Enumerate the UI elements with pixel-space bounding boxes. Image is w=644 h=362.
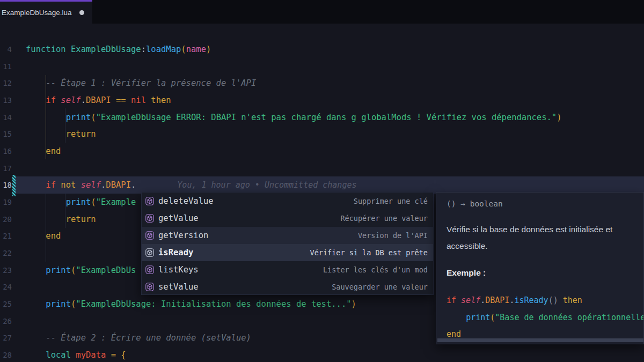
line-number[interactable]: 26 — [0, 313, 12, 330]
code-token: "ExampleDbUsage: Initialisation des donn… — [76, 299, 351, 309]
code-line[interactable]: 11 — [0, 58, 644, 75]
code-line-text[interactable]: return — [26, 125, 96, 143]
git-modified-indicator[interactable] — [12, 175, 16, 196]
code-line[interactable]: 13 if self.DBAPI == nil then — [0, 92, 644, 109]
code-line-text[interactable]: print("ExampleDbUsage: Initialisation de… — [26, 295, 356, 313]
code-token — [26, 180, 46, 190]
tab-exampledbusage[interactable]: ExampleDbUsage.lua — [0, 0, 92, 24]
code-line[interactable]: 18 if not self.DBAPI.You, 1 hour ago • U… — [0, 176, 644, 194]
line-number[interactable]: 23 — [0, 262, 12, 279]
code-line-text[interactable]: print("ExampleDbUsage ERROR: DBAPI n'est… — [26, 109, 562, 126]
code-token: return — [66, 215, 96, 224]
line-number[interactable]: 16 — [0, 143, 12, 160]
code-token — [26, 95, 46, 105]
code-token — [26, 215, 66, 224]
code-line[interactable]: 28 local myData = { — [0, 346, 644, 362]
suggestion-item-getValue[interactable]: getValueRécupérer une valeur — [142, 210, 433, 227]
code-token: local — [46, 350, 76, 360]
suggestion-item-setValue[interactable]: setValueSauvegarder une valeur — [142, 278, 433, 295]
code-line-text[interactable]: function ExampleDbUsage:loadMap(name) — [26, 41, 211, 58]
line-number[interactable]: 20 — [0, 211, 12, 228]
code-line-text[interactable]: if self.DBAPI == nil then — [26, 92, 171, 109]
horizontal-scrollbar[interactable] — [437, 338, 643, 342]
code-line-text[interactable]: print("Example — [26, 194, 136, 211]
suggestion-detail: Récupérer une valeur — [340, 214, 433, 223]
example-label: Exemple : — [447, 268, 643, 278]
code-token: () — [548, 295, 558, 305]
code-token: "Base de données opérationnelle !" — [495, 313, 644, 322]
example-code: if self.DBAPI.isReady() then print("Base… — [447, 292, 643, 343]
code-token: "ExampleDbUs — [76, 265, 136, 275]
code-line-text[interactable]: end — [26, 143, 61, 160]
vscode-window: ExampleDbUsage.lua 4function ExampleDbUs… — [0, 0, 644, 362]
code-line-text[interactable]: return — [26, 211, 96, 228]
code-line[interactable]: 4function ExampleDbUsage:loadMap(name) — [0, 41, 644, 58]
code-token: ( — [71, 265, 76, 275]
code-token: if — [46, 180, 61, 190]
autocomplete-popup: deleteValueSupprimer une clégetValueRécu… — [141, 192, 434, 295]
code-token: "Example — [96, 197, 136, 207]
code-token: -- Étape 1 : Vérifier la présence de l'A… — [26, 78, 256, 88]
description: Vérifie si la base de données est initia… — [447, 221, 633, 254]
code-token: print — [466, 313, 490, 322]
code-token: nil — [131, 95, 146, 105]
line-number[interactable]: 19 — [0, 194, 12, 211]
line-number[interactable]: 4 — [0, 41, 12, 58]
code-token: not — [61, 180, 80, 190]
line-number[interactable]: 14 — [0, 109, 12, 126]
code-token — [26, 129, 66, 139]
line-number[interactable]: 28 — [0, 346, 12, 362]
suggestion-item-isReady[interactable]: isReadyVérifier si la DB est prête — [142, 244, 433, 261]
method-icon — [145, 265, 154, 274]
code-line[interactable]: 12 -- Étape 1 : Vérifier la présence de … — [0, 75, 644, 92]
code-line[interactable]: 14 print("ExampleDbUsage ERROR: DBAPI n'… — [0, 109, 644, 126]
code-line[interactable]: 16 end — [0, 143, 644, 160]
code-token: ) — [352, 299, 356, 309]
code-token: == — [111, 95, 131, 105]
code-line[interactable]: 17 — [0, 160, 644, 177]
suggestion-detail: Version de l'API — [358, 231, 433, 240]
code-token: self — [61, 95, 80, 105]
method-icon — [145, 197, 154, 205]
line-number[interactable]: 22 — [0, 245, 12, 262]
code-line-text[interactable]: -- Étape 2 : Écrire une donnée (setValue… — [26, 329, 251, 346]
line-number[interactable]: 25 — [0, 295, 12, 313]
code-token: myData — [76, 350, 106, 360]
code-line-text[interactable]: -- Étape 1 : Vérifier la présence de l'A… — [26, 75, 256, 92]
suggestion-label: getValue — [158, 213, 199, 223]
autocomplete-list: deleteValueSupprimer une clégetValueRécu… — [142, 193, 433, 295]
code-token: DBAPI — [86, 95, 111, 105]
suggestion-item-listKeys[interactable]: listKeysLister les clés d'un mod — [142, 261, 433, 278]
code-line-text[interactable]: print("ExampleDbUs — [26, 262, 136, 279]
code-token: end — [46, 231, 61, 241]
code-line-text[interactable]: end — [26, 227, 61, 245]
code-line-text[interactable]: local myData = { — [26, 346, 126, 362]
line-number[interactable]: 17 — [0, 160, 12, 177]
code-token: = { — [106, 350, 126, 360]
modified-dot-icon[interactable] — [79, 10, 84, 15]
code-token: . — [101, 180, 106, 190]
suggestion-item-deleteValue[interactable]: deleteValueSupprimer une clé — [142, 193, 433, 210]
code-token: ExampleDbUsage — [71, 45, 141, 54]
code-token: if — [46, 95, 61, 105]
code-token — [26, 113, 66, 122]
method-icon — [145, 214, 154, 223]
code-token: self — [81, 180, 101, 190]
code-line[interactable]: 15 return — [0, 125, 644, 143]
line-number[interactable]: 15 — [0, 125, 12, 143]
example-code-line: if self.DBAPI.isReady() then — [447, 292, 643, 309]
line-number[interactable]: 24 — [0, 278, 12, 295]
line-number[interactable]: 27 — [0, 329, 12, 346]
code-token: . — [81, 95, 86, 105]
method-icon — [145, 231, 154, 240]
line-number[interactable]: 11 — [0, 58, 12, 75]
line-number[interactable]: 12 — [0, 75, 12, 92]
line-number[interactable]: 18 — [0, 176, 12, 194]
example-code-line: print("Base de données opérationnelle !"… — [447, 309, 643, 327]
suggestion-item-getVersion[interactable]: getVersionVersion de l'API — [142, 227, 433, 244]
line-number[interactable]: 13 — [0, 92, 12, 109]
line-number[interactable]: 21 — [0, 227, 12, 245]
suggestion-detail: Vérifier si la DB est prête — [310, 248, 433, 257]
code-token: if — [447, 295, 461, 305]
code-line-text[interactable]: if not self.DBAPI.You, 1 hour ago • Unco… — [26, 176, 356, 194]
